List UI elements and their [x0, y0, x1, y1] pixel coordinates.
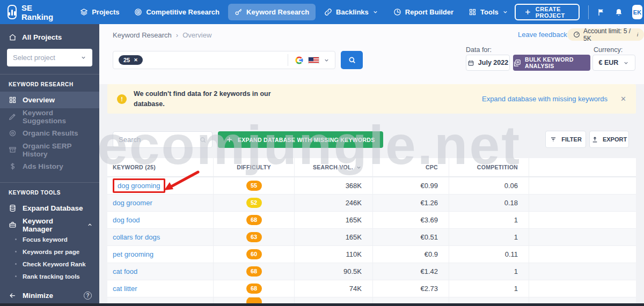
sidebar-item-expand-database[interactable]: Expand Database — [0, 200, 99, 217]
column-header-keyword-25-[interactable]: KEYWORD (25) — [107, 158, 214, 176]
sidebar-item-organic-serp-history[interactable]: Organic SERP History — [0, 141, 99, 158]
keyword-link[interactable]: collars for dogs — [113, 233, 160, 241]
window-bottom-edge — [0, 303, 644, 306]
nav-item-projects[interactable]: Projects — [74, 4, 126, 20]
keyword-count-chip[interactable]: 25 ✕ — [119, 55, 143, 65]
table-search-field[interactable] — [113, 131, 213, 148]
sidebar-item-label: Expand Database — [23, 204, 83, 212]
layers-icon — [80, 8, 88, 16]
date-picker-button[interactable]: July 2022 — [466, 55, 510, 71]
nav-item-report-builder[interactable]: Report Builder — [387, 4, 460, 20]
sidebar-item-ads-history[interactable]: Ads History — [0, 158, 99, 175]
breadcrumb-keyword-research[interactable]: Keyword Research — [113, 31, 172, 39]
google-icon[interactable] — [295, 56, 304, 65]
circle-icon — [9, 129, 17, 137]
bulk-keyword-analysis-button[interactable]: BULK KEYWORD ANALYSIS — [513, 55, 590, 71]
sidebar-minimize[interactable]: Minimize ? — [0, 292, 99, 300]
sidebar-item-keyword-suggestions[interactable]: Keyword Suggestions — [0, 108, 99, 125]
keyword-link[interactable]: dog food — [113, 216, 140, 224]
annotation-red-box: dog grooming — [113, 178, 165, 193]
competition-value: 1 — [514, 285, 518, 293]
nav-item-keyword-research[interactable]: Keyword Research — [228, 4, 316, 20]
export-label: EXPORT — [603, 136, 627, 143]
column-header-search-vol-[interactable]: SEARCH VOL. — [295, 158, 373, 176]
user-avatar[interactable]: EK — [632, 5, 642, 19]
keyword-link[interactable]: pet grooming — [113, 250, 153, 258]
table-row-pet-grooming: pet grooming60110K€0.90.11 — [107, 245, 636, 263]
table-row-dog-grooming: dog grooming55368K€0.990.06 — [107, 177, 636, 194]
nav-right: CREATE PROJECT EK — [515, 4, 642, 20]
us-flag-icon[interactable] — [308, 57, 319, 64]
flag-icon[interactable] — [597, 8, 605, 17]
breadcrumb-separator: › — [176, 31, 178, 39]
sidebar-subitem-check-keyword-rank[interactable]: Check Keyword Rank — [0, 258, 99, 270]
keyword-link[interactable]: cat litter — [113, 285, 137, 293]
sidebar-subitem-focus-keyword[interactable]: Focus keyword — [0, 233, 99, 245]
se-ranking-logo[interactable] — [8, 5, 17, 19]
sidebar-item-label: Organic SERP History — [23, 142, 93, 158]
column-header-label: KEYWORD (25) — [113, 164, 156, 170]
table-search-input[interactable] — [119, 136, 194, 144]
keyword-link[interactable]: dog groomer — [113, 199, 152, 207]
expand-database-link[interactable]: Expand database with missing keywords — [482, 95, 608, 103]
column-header-cpc[interactable]: CPC — [373, 158, 449, 176]
brand-name: SE Ranking — [21, 3, 53, 21]
plus-icon — [226, 136, 233, 143]
nav-item-label: Backlinks — [336, 8, 369, 16]
sidebar-item-organic-results[interactable]: Organic Results — [0, 125, 99, 141]
sidebar-all-projects[interactable]: All Projects — [0, 24, 99, 46]
search-button[interactable] — [341, 51, 363, 69]
difficulty-badge: 55 — [246, 181, 262, 191]
help-icon[interactable]: ? — [84, 292, 92, 300]
sidebar-item-label: Ads History — [23, 162, 63, 170]
chevron-down-icon — [80, 55, 86, 61]
currency-label: Currency: — [594, 46, 623, 54]
sidebar-section-header: KEYWORD TOOLS — [0, 190, 99, 196]
expand-database-label: EXPAND DATABASE WITH MISSING KEYWORDS — [238, 137, 375, 143]
calendar-icon — [467, 59, 474, 66]
table-row-dog-food: dog food68165K€3.691 — [107, 211, 636, 228]
bell-icon[interactable] — [614, 8, 623, 17]
export-button[interactable]: EXPORT — [589, 131, 629, 148]
overview-icon — [9, 96, 17, 104]
close-icon[interactable]: ✕ — [620, 95, 626, 103]
search-volume-value: 368K — [346, 182, 362, 190]
nav-item-competitive-research[interactable]: Competitive Research — [128, 4, 226, 20]
currency-dropdown[interactable]: € EUR — [592, 55, 635, 71]
filter-button[interactable]: FILTER — [545, 131, 586, 148]
create-project-button[interactable]: CREATE PROJECT — [515, 4, 580, 20]
sidebar-subitem-rank-tracking-tools[interactable]: Rank tracking tools — [0, 270, 99, 282]
sidebar-subitem-keywords-per-page[interactable]: Keywords per page — [0, 245, 99, 258]
search-engine-chevron-icon[interactable] — [324, 57, 330, 63]
chip-remove-icon[interactable]: ✕ — [134, 57, 138, 63]
account-limit-text: Account limit: 5 / 5K — [583, 27, 634, 42]
column-header-competition[interactable]: COMPETITION — [449, 158, 529, 176]
sidebar-item-overview[interactable]: Overview — [0, 92, 99, 108]
keyword-link[interactable]: dog grooming — [118, 182, 160, 190]
database-icon — [9, 204, 17, 212]
chevron-down-icon — [356, 165, 362, 170]
chevron-up-icon — [87, 222, 93, 228]
leave-feedback-link[interactable]: Leave feedback — [518, 31, 567, 39]
select-project-dropdown[interactable]: Select project — [7, 49, 92, 66]
nav-item-backlinks[interactable]: Backlinks — [318, 4, 385, 20]
expand-database-button[interactable]: EXPAND DATABASE WITH MISSING KEYWORDS — [218, 131, 383, 148]
difficulty-badge: 52 — [246, 198, 262, 208]
link-icon — [324, 8, 332, 16]
sidebar: All Projects Select project KEYWORD RESE… — [0, 24, 99, 306]
info-superscript: i — [637, 32, 638, 38]
nav-item-tools[interactable]: Tools — [462, 4, 515, 20]
sidebar-item-keyword-manager[interactable]: Keyword Manager — [0, 217, 99, 233]
bulk-analysis-icon — [513, 59, 521, 67]
cpc-value: €0.99 — [420, 182, 438, 190]
warning-banner: ! We couldn't find data for 2 keywords i… — [107, 84, 636, 114]
column-header-label: SEARCH VOL. — [313, 164, 353, 170]
plus-icon — [524, 9, 531, 16]
competition-value: 1 — [514, 216, 518, 224]
keyword-link[interactable]: cat food — [113, 267, 137, 275]
search-volume-value: 165K — [346, 216, 362, 224]
column-header-difficulty[interactable]: DIFFICULTY — [214, 158, 295, 176]
keyword-search-bar[interactable]: 25 ✕ — [113, 51, 335, 69]
cpc-value: €1.26 — [420, 199, 438, 207]
difficulty-badge — [246, 297, 262, 303]
